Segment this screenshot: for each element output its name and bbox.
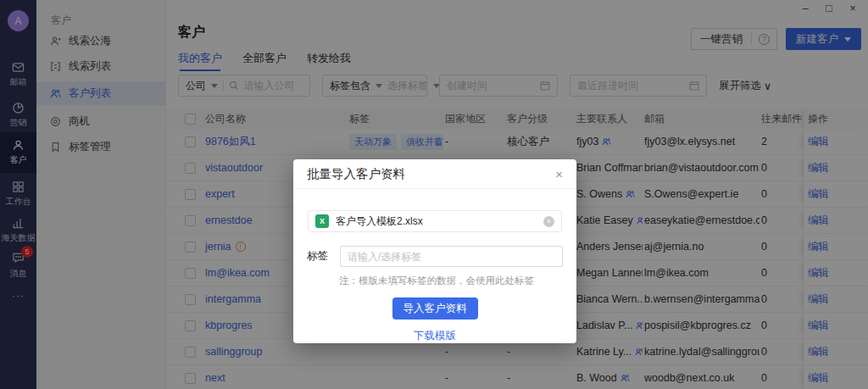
import-note: 注：模版未填写标签的数据，会使用此处标签 [339,275,563,287]
tag-input[interactable] [340,246,563,267]
tag-input-row: 标签 [307,246,563,267]
tag-label: 标签 [307,249,328,264]
download-template-link[interactable]: 下载模版 [293,329,576,343]
remove-file-icon[interactable]: × [543,216,554,227]
modal-title: 批量导入客户资料 [307,166,405,182]
file-name: 客户导入模板2.xlsx [336,214,423,229]
close-icon[interactable]: × [555,168,563,181]
import-customers-modal: 批量导入客户资料 × X 客户导入模板2.xlsx × 标签 注：模版未填写标签… [293,159,576,343]
excel-file-icon: X [315,214,329,228]
uploaded-file-item[interactable]: X 客户导入模板2.xlsx × [308,210,562,232]
import-button[interactable]: 导入客户资料 [392,297,478,320]
modal-header: 批量导入客户资料 × [293,159,576,189]
